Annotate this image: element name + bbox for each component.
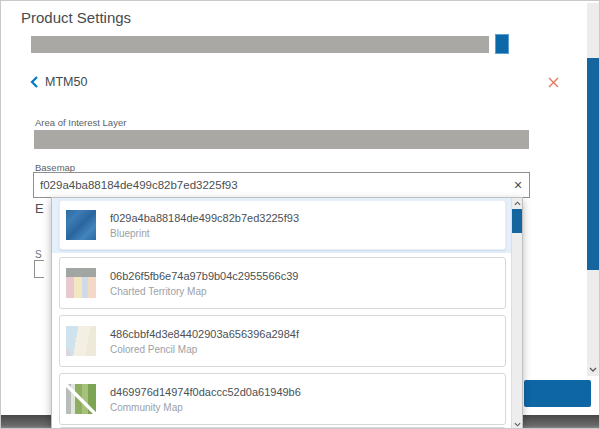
basemap-option-list: f029a4ba88184de499c82b7ed3225f93 Bluepri… — [52, 198, 511, 429]
close-x-icon[interactable] — [547, 76, 560, 89]
list-item-colored-pencil[interactable]: 486cbbf4d3e84402903a656396a2984f Colored… — [59, 315, 506, 367]
clipped-label-s: S — [35, 249, 42, 260]
list-item-blueprint[interactable]: f029a4ba88184de499c82b7ed3225f93 Bluepri… — [59, 200, 506, 250]
scroll-down-arrow-icon[interactable] — [512, 419, 523, 429]
basemap-id: f029a4ba88184de499c82b7ed3225f93 — [110, 212, 299, 224]
basemap-id: 486cbbf4d3e84402903a656396a2984f — [110, 328, 299, 340]
aoi-layer-redacted-value[interactable] — [34, 130, 529, 149]
selected-row-highlight: f029a4ba88184de499c82b7ed3225f93 Bluepri… — [52, 198, 511, 253]
basemap-name: Colored Pencil Map — [110, 344, 299, 355]
aoi-layer-label: Area of Interest Layer — [35, 117, 126, 128]
primary-action-button[interactable] — [524, 380, 591, 407]
basemap-name: Community Map — [110, 402, 301, 413]
list-item-community[interactable]: d469976d14974f0daccc52d0a61949b6 Communi… — [59, 373, 506, 425]
product-name-label: MTM50 — [45, 75, 87, 89]
basemap-id: 06b26f5fb6e74a97b9b04c2955566c39 — [110, 270, 298, 282]
product-settings-dialog: Product Settings MTM50 Area of Interest … — [0, 0, 600, 429]
dropdown-scrollbar[interactable] — [511, 198, 522, 429]
redacted-bar-top — [31, 36, 489, 53]
main-scrollbar[interactable] — [587, 3, 599, 376]
slider-handle[interactable] — [495, 34, 509, 54]
basemap-name: Blueprint — [110, 228, 299, 239]
main-scrollbar-thumb[interactable] — [587, 58, 599, 270]
basemap-dropdown-list: f029a4ba88184de499c82b7ed3225f93 Bluepri… — [51, 197, 523, 429]
back-to-product-list[interactable]: MTM50 — [30, 75, 87, 89]
community-map-thumbnail — [66, 384, 96, 414]
clear-input-icon[interactable]: × — [507, 178, 529, 192]
clipped-label-e: E — [35, 201, 44, 216]
basemap-name: Charted Territory Map — [110, 286, 298, 297]
basemap-input-value[interactable]: f029a4ba88184de499c82b7ed3225f93 — [34, 179, 507, 191]
basemap-combobox[interactable]: f029a4ba88184de499c82b7ed3225f93 × — [33, 172, 530, 198]
scroll-down-arrow-icon[interactable] — [587, 363, 599, 375]
chevron-left-icon — [30, 76, 38, 88]
charted-territory-thumbnail — [66, 268, 96, 298]
page-title: Product Settings — [21, 9, 131, 26]
scroll-up-arrow-icon[interactable] — [512, 198, 523, 209]
list-item-charted-territory[interactable]: 06b26f5fb6e74a97b9b04c2955566c39 Charted… — [59, 257, 506, 309]
dropdown-scrollbar-thumb[interactable] — [512, 209, 523, 233]
blueprint-map-thumbnail — [66, 210, 96, 240]
colored-pencil-thumbnail — [66, 326, 96, 356]
basemap-id: d469976d14974f0daccc52d0a61949b6 — [110, 386, 301, 398]
clipped-input-edge — [34, 260, 44, 278]
